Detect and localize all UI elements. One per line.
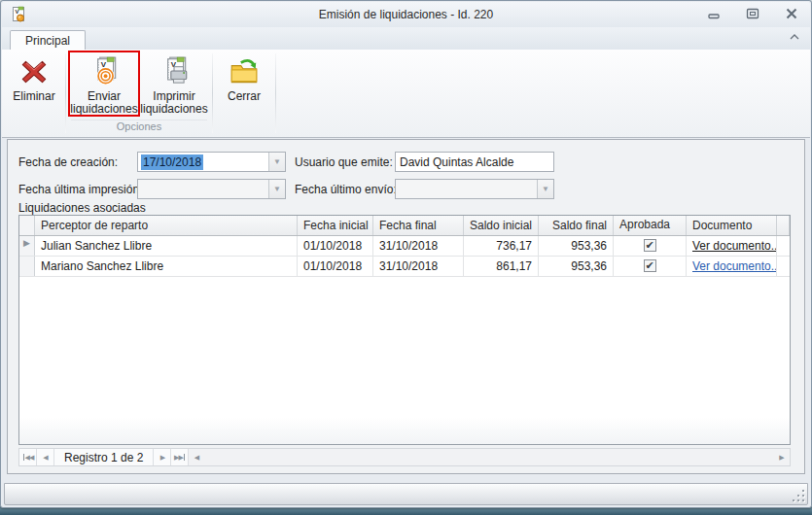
close-icon: [784, 7, 799, 20]
nav-prev-icon: ◀: [43, 454, 47, 462]
fecha-creacion-label: Fecha de creación:: [18, 155, 118, 169]
imprimir-liquidaciones-button[interactable]: V Imprimir liquidaciones: [139, 52, 209, 116]
close-button[interactable]: [779, 5, 804, 22]
cell-perceptor[interactable]: Julian Sanchez Llibre: [35, 236, 298, 256]
ver-documento-link[interactable]: Ver documento...: [692, 259, 777, 273]
nav-last-icon: ▶▶: [174, 454, 183, 462]
usuario-value: David Quintas Alcalde: [400, 155, 513, 169]
scroll-right-icon[interactable]: ▶: [774, 449, 790, 465]
window-controls: [701, 5, 804, 22]
nav-prev-button[interactable]: ◀: [37, 449, 54, 465]
cell-saldo-inicial[interactable]: 861,17: [464, 257, 539, 276]
cell-saldo-final[interactable]: 953,36: [539, 236, 614, 256]
nav-next-button[interactable]: ▶: [154, 449, 171, 465]
col-header-saldo-final[interactable]: Saldo final: [539, 216, 614, 235]
nav-next-icon: ▶: [160, 454, 164, 462]
app-window: V Emisión de liquidaciones - Id. 220: [0, 0, 812, 508]
cell-fecha-inicial[interactable]: 01/10/2018: [298, 236, 373, 256]
ribbon-tab-row: Principal: [2, 27, 810, 50]
horizontal-scrollbar[interactable]: ◀ ▶: [189, 449, 790, 465]
delete-x-icon: [18, 55, 51, 88]
col-header-perceptor[interactable]: Perceptor de reparto: [35, 216, 298, 235]
cell-fecha-final[interactable]: 31/10/2018: [373, 257, 464, 276]
filler-cell: [777, 257, 790, 276]
usuario-label: Usuario que emite:: [295, 155, 393, 169]
imprimir-label: Imprimir liquidaciones: [139, 90, 209, 116]
nav-first-button[interactable]: ◀◀: [19, 449, 37, 465]
current-row-indicator-icon: ▶: [19, 236, 35, 256]
ribbon-separator: [275, 53, 276, 133]
enviar-label: Enviar liquidaciones: [69, 90, 139, 116]
col-header-documento[interactable]: Documento: [687, 216, 777, 235]
dropdown-arrow-icon: ▼: [537, 180, 553, 198]
cell-saldo-inicial[interactable]: 736,17: [464, 236, 539, 256]
fecha-creacion-value: 17/10/2018: [141, 154, 203, 170]
ribbon-separator: [212, 53, 213, 133]
table-row[interactable]: Mariano Sanchez Llibre 01/10/2018 31/10/…: [19, 257, 790, 277]
cell-perceptor[interactable]: Mariano Sanchez Llibre: [35, 257, 298, 276]
scroll-left-icon[interactable]: ◀: [189, 449, 204, 465]
window-title: Emisión de liquidaciones - Id. 220: [2, 8, 810, 21]
send-liquidations-icon: V: [88, 55, 121, 88]
fecha-envio-label: Fecha último envío:: [295, 183, 397, 196]
dropdown-arrow-icon: ▼: [268, 180, 285, 198]
nav-first-bar: [23, 454, 24, 461]
status-bar: [4, 483, 808, 505]
cell-fecha-inicial[interactable]: 01/10/2018: [298, 257, 373, 276]
fecha-impresion-value: [138, 180, 268, 198]
ver-documento-link[interactable]: Ver documento...: [692, 239, 777, 253]
collapse-ribbon-icon[interactable]: [789, 33, 800, 41]
fecha-envio-combo: ▼: [395, 179, 554, 199]
grid-section-label: Liquidaciones asociadas: [18, 201, 146, 215]
minimize-button[interactable]: [701, 5, 726, 22]
dropdown-arrow-icon[interactable]: ▼: [268, 153, 285, 171]
cell-aprobada[interactable]: ✔: [614, 236, 687, 256]
col-header-aprobada[interactable]: Aprobada: [614, 216, 687, 235]
row-indicator-cell: [19, 257, 35, 276]
fecha-envio-value: [396, 180, 537, 198]
check-icon: ✔: [645, 259, 653, 271]
cell-aprobada[interactable]: ✔: [614, 257, 687, 276]
title-bar[interactable]: V Emisión de liquidaciones - Id. 220: [2, 2, 810, 27]
eliminar-button[interactable]: Eliminar: [6, 52, 62, 103]
fecha-impresion-combo: ▼: [137, 179, 286, 199]
aprobada-checkbox[interactable]: ✔: [644, 259, 656, 272]
close-folder-icon: [228, 55, 261, 88]
nav-last-button[interactable]: ▶▶: [171, 449, 189, 465]
col-header-fecha-inicial[interactable]: Fecha inicial: [298, 216, 373, 235]
enviar-liquidaciones-button[interactable]: V Enviar liquidaciones: [69, 52, 139, 116]
col-header-saldo-inicial[interactable]: Saldo inicial: [464, 216, 539, 235]
table-row[interactable]: ▶ Julian Sanchez Llibre 01/10/2018 31/10…: [19, 236, 790, 257]
ribbon-group-cerrar: Cerrar: [216, 52, 272, 137]
tab-principal[interactable]: Principal: [10, 30, 86, 51]
cell-saldo-final[interactable]: 953,36: [539, 257, 614, 276]
check-icon: ✔: [645, 239, 653, 251]
eliminar-label: Eliminar: [13, 90, 54, 103]
content-panel: Fecha de creación: 17/10/2018 ▼ Usuario …: [7, 139, 805, 474]
fecha-creacion-combo[interactable]: 17/10/2018 ▼: [137, 152, 286, 172]
fecha-impresion-label: Fecha última impresión:: [18, 183, 142, 196]
cell-fecha-final[interactable]: 31/10/2018: [373, 236, 464, 256]
ribbon-group-eliminar: Eliminar: [6, 52, 62, 137]
resize-grip[interactable]: [793, 490, 804, 501]
filler-cell: [777, 236, 790, 256]
cerrar-label: Cerrar: [228, 90, 261, 103]
print-liquidations-icon: V: [158, 55, 191, 88]
grid-header-row: Perceptor de reparto Fecha inicial Fecha…: [19, 216, 790, 236]
restore-button[interactable]: [740, 5, 765, 22]
header-indicator-cell: [19, 216, 35, 235]
group-label-opciones: Opciones: [71, 120, 207, 135]
record-navigator: ◀◀ ◀ Registro 1 de 2 ▶ ▶▶ ◀ ▶: [18, 448, 791, 466]
usuario-field[interactable]: David Quintas Alcalde: [395, 152, 554, 172]
scrollbar-track[interactable]: [204, 449, 774, 465]
aprobada-checkbox[interactable]: ✔: [644, 239, 656, 252]
nav-last-bar: [184, 454, 185, 461]
nav-first-icon: ◀◀: [25, 454, 34, 462]
col-header-fecha-final[interactable]: Fecha final: [373, 216, 464, 235]
minimize-icon: [706, 7, 722, 20]
ribbon-group-opciones: V Enviar liquidaciones: [69, 52, 209, 137]
group-footer-blank: [218, 120, 270, 135]
record-counter: Registro 1 de 2: [54, 449, 154, 465]
cerrar-button[interactable]: Cerrar: [216, 52, 272, 103]
desktop: V Emisión de liquidaciones - Id. 220: [0, 0, 812, 515]
